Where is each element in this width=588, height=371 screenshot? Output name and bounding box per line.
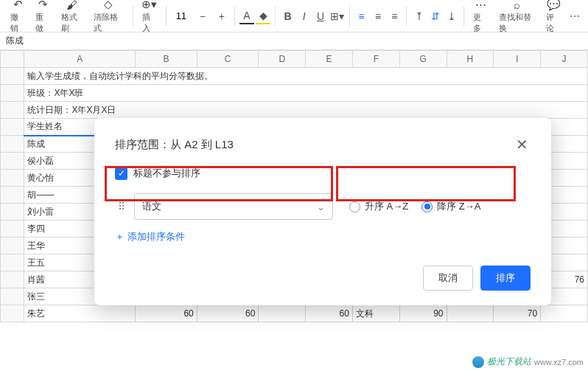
find-replace-label: 查找和替换 <box>499 12 536 34</box>
column-header[interactable]: I <box>494 51 541 68</box>
separator <box>166 6 167 27</box>
font-size-decrease[interactable]: − <box>195 8 211 24</box>
row-header[interactable] <box>1 204 24 221</box>
format-painter-button[interactable]: 🖌格式刷 <box>57 0 88 35</box>
align-left-button[interactable]: ≡ <box>354 8 369 24</box>
watermark-url: www.xz7.com <box>534 358 584 367</box>
column-header[interactable]: F <box>352 51 399 68</box>
toolbar: ↶撤销 ↷重做 🖌格式刷 ◇清除格式 ⊕▾插入 − + A ◆ B I U ⊞▾… <box>0 0 588 32</box>
align-center-button[interactable]: ≡ <box>371 8 385 24</box>
cancel-button[interactable]: 取消 <box>423 266 473 291</box>
sort-asc-radio[interactable]: 升序 A→Z <box>349 200 408 213</box>
undo-label: 撤销 <box>10 12 25 34</box>
insert-button[interactable]: ⊕▾插入 <box>138 0 161 35</box>
italic-button[interactable]: I <box>297 8 312 24</box>
valign-bottom-button[interactable]: ⤓ <box>444 8 459 24</box>
undo-icon: ↶ <box>13 0 23 11</box>
find-replace-button[interactable]: ⌕查找和替换 <box>494 0 541 35</box>
watermark-icon <box>472 356 484 368</box>
comment-button[interactable]: 💬评论 <box>542 0 565 35</box>
sort-desc-label: 降序 Z→A <box>437 200 480 213</box>
redo-button[interactable]: ↷重做 <box>31 0 55 35</box>
row-header[interactable] <box>1 254 24 271</box>
column-header[interactable]: H <box>447 51 494 68</box>
column-header[interactable]: B <box>136 51 197 68</box>
chevron-down-icon: ⌄ <box>317 201 325 212</box>
insert-label: 插入 <box>142 12 157 34</box>
row-header[interactable] <box>1 136 24 153</box>
bold-button[interactable]: B <box>280 8 295 24</box>
row-header[interactable] <box>1 237 24 254</box>
more-label: 更多 <box>473 12 488 34</box>
row-header[interactable] <box>1 221 24 237</box>
valign-top-button[interactable]: ⤒ <box>411 8 426 24</box>
cell[interactable]: 朱艺 <box>24 305 136 322</box>
cell[interactable] <box>259 305 306 322</box>
font-size-group: − + <box>171 8 230 24</box>
more-button[interactable]: ⋯更多 <box>469 0 492 35</box>
checkbox-icon: ✓ <box>115 167 127 180</box>
row-header[interactable] <box>1 288 24 305</box>
info-cell[interactable]: 输入学生成绩，自动统计学科的平均分等数据。 <box>24 68 588 85</box>
align-right-button[interactable]: ≡ <box>387 8 402 24</box>
info-cell[interactable]: 统计日期：X年X月X日 <box>24 102 588 119</box>
corner-cell[interactable] <box>1 51 24 68</box>
cell[interactable] <box>447 305 494 322</box>
cell[interactable]: 文科 <box>352 305 399 322</box>
eraser-icon: ◇ <box>104 0 113 11</box>
undo-button[interactable]: ↶撤销 <box>6 0 29 35</box>
row-header[interactable] <box>1 85 24 102</box>
watermark-text: 极光下载站 <box>487 356 531 368</box>
close-button[interactable]: ✕ <box>513 136 531 153</box>
font-size-input[interactable] <box>171 10 192 21</box>
row-header[interactable] <box>1 119 24 136</box>
header-exclude-checkbox[interactable]: ✓ 标题不参与排序 <box>115 167 531 180</box>
cell[interactable]: 70 <box>494 305 541 322</box>
row-header[interactable] <box>1 271 24 288</box>
column-header[interactable]: D <box>259 51 306 68</box>
row-header[interactable] <box>1 102 24 119</box>
fill-color-button[interactable]: ◆ <box>256 8 270 24</box>
more-icon: ⋯ <box>475 0 486 11</box>
clear-format-button[interactable]: ◇清除格式 <box>89 0 128 35</box>
sort-dialog: 排序范围：从 A2 到 L13 ✕ ✓ 标题不参与排序 ⠿ 语文 ⌄ 升序 A→… <box>94 118 551 305</box>
separator <box>234 6 235 27</box>
redo-label: 重做 <box>35 12 50 34</box>
column-header[interactable]: G <box>399 51 447 68</box>
font-color-button[interactable]: A <box>239 8 254 24</box>
info-cell[interactable]: 班级：X年X班 <box>24 85 588 102</box>
overflow-button[interactable]: ⋯ <box>567 8 582 24</box>
cell[interactable]: 90 <box>399 305 447 322</box>
drag-handle-icon[interactable]: ⠿ <box>115 201 128 212</box>
row-header[interactable] <box>1 170 24 187</box>
column-header[interactable]: E <box>306 51 353 68</box>
column-header[interactable]: J <box>541 51 588 68</box>
row-header[interactable] <box>1 153 24 170</box>
column-header[interactable]: C <box>197 51 259 68</box>
column-header[interactable]: A <box>24 51 136 68</box>
row-header[interactable] <box>1 305 24 322</box>
add-sort-condition[interactable]: ＋添加排序条件 <box>115 230 531 243</box>
cell[interactable] <box>541 305 588 322</box>
row-header[interactable] <box>1 187 24 204</box>
border-button[interactable]: ⊞▾ <box>329 8 344 24</box>
sort-button[interactable]: 排序 <box>480 266 531 291</box>
underline-button[interactable]: U <box>313 8 328 24</box>
clear-format-label: 清除格式 <box>94 12 124 34</box>
sort-column-value: 语文 <box>142 200 161 213</box>
font-size-increase[interactable]: + <box>214 8 230 24</box>
plus-icon: ⊕▾ <box>141 0 157 11</box>
separator <box>349 6 350 27</box>
sort-desc-radio[interactable]: 降序 Z→A <box>421 200 480 213</box>
search-icon: ⌕ <box>514 0 520 11</box>
cell[interactable]: 60 <box>197 305 259 322</box>
cell[interactable]: 60 <box>306 305 353 322</box>
separator <box>133 6 133 27</box>
dialog-title: 排序范围：从 A2 到 L13 <box>115 138 234 152</box>
row-header[interactable] <box>1 68 24 85</box>
valign-middle-button[interactable]: ⇵ <box>428 8 443 24</box>
plus-icon: ＋ <box>115 230 125 243</box>
radio-icon <box>349 201 360 212</box>
sort-column-select[interactable]: 语文 ⌄ <box>134 193 333 220</box>
cell[interactable]: 60 <box>136 305 197 322</box>
